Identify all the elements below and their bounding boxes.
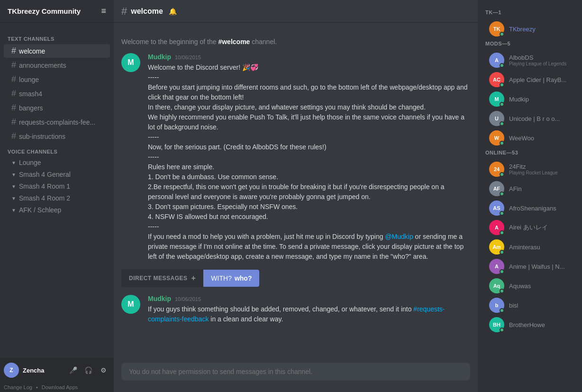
member-name: BrotherHowe (509, 321, 545, 328)
sidebar-item-lounge[interactable]: #lounge (4, 73, 110, 86)
channel-link[interactable]: #requests-complaints-feedback (148, 305, 445, 323)
user-panel: Z Zencha 🎤 🎧 ⚙ (0, 358, 114, 383)
voice-channel-afkschleep[interactable]: ▼AFK / Schleep (4, 204, 110, 216)
member-name: bisl (509, 302, 518, 309)
sidebar-item-requests-complaints-fee[interactable]: #requests-complaints-fee... (4, 115, 110, 129)
chat-header: # welcome 🔔 (114, 0, 478, 23)
channel-name: bangers (19, 104, 43, 112)
members-sidebar: TK—1 TK TKbreezy MODS—5 A AlbobDS Playin… (478, 0, 582, 392)
hash-icon: # (11, 89, 16, 99)
avatar: Z (4, 363, 19, 378)
message-header: Mudkip 10/06/2015 (148, 295, 470, 302)
message-content: Mudkip 10/06/2015 If you guys think some… (148, 295, 470, 324)
hash-icon: # (11, 131, 16, 141)
sidebar-item-smash4[interactable]: #smash4 (4, 87, 110, 100)
dm-popup-area: DIRECT MESSAGES + WITH? who? (121, 269, 470, 287)
list-item[interactable]: b bisl (482, 296, 578, 315)
voice-channel-smash4general[interactable]: ▼Smash 4 General (4, 169, 110, 180)
voice-arrow-icon: ▼ (11, 184, 16, 189)
voice-arrow-icon: ▼ (11, 160, 16, 165)
dm-who-label: who? (235, 274, 252, 282)
list-item[interactable]: AS AfroShenanigans (482, 199, 578, 218)
member-name: Unicode | B r o o... (509, 115, 560, 122)
voice-arrow-icon: ▼ (11, 196, 16, 201)
mic-button[interactable]: 🎤 (66, 364, 80, 377)
message-content: Mudkip 10/06/2015 Welcome to the Discord… (148, 53, 470, 262)
member-name: Apple Cider | RayB... (509, 76, 566, 83)
status-badge (500, 141, 504, 146)
status-badge (500, 211, 504, 216)
sidebar-item-bangers[interactable]: #bangers (4, 101, 110, 115)
member-activity: Playing League of Legends (509, 61, 566, 66)
list-item[interactable]: 24 24Fitz Playing Rocket League (482, 160, 578, 179)
status-badge (500, 230, 504, 235)
hamburger-icon[interactable]: ≡ (101, 6, 106, 16)
sidebar-item-welcome[interactable]: #welcome (4, 44, 110, 58)
status-badge (500, 82, 504, 87)
hash-icon: # (11, 117, 16, 127)
settings-button[interactable]: ⚙ (97, 364, 110, 377)
member-avatar-wrap: W (489, 130, 504, 146)
list-item[interactable]: AF AFin (482, 179, 578, 198)
channel-name: smash4 (19, 90, 42, 98)
list-item[interactable]: A Anime | Waifus | N... (482, 257, 578, 276)
list-item[interactable]: A AlbobDS Playing League of Legends (482, 51, 578, 70)
sidebar-item-sub-instructions[interactable]: #sub-instructions (4, 129, 110, 143)
status-badge (500, 289, 504, 293)
server-header[interactable]: TKbreezy Community ≡ (0, 0, 114, 23)
list-item[interactable]: Am Aminterasu (482, 237, 578, 256)
voice-channel-name: Lounge (19, 159, 41, 166)
status-badge (500, 121, 504, 126)
hash-icon: # (11, 74, 16, 84)
voice-channel-smash4room2[interactable]: ▼Smash 4 Room 2 (4, 192, 110, 204)
list-item[interactable]: AC Apple Cider | RayB... (482, 70, 578, 89)
channel-name: announcements (19, 62, 66, 69)
download-apps-link[interactable]: Download Apps (42, 384, 78, 390)
dm-input-box: WITH? who? (203, 270, 259, 287)
voice-channel-lounge[interactable]: ▼Lounge (4, 157, 110, 168)
mention-link[interactable]: @Mudkip (385, 233, 413, 240)
status-badge (500, 328, 504, 332)
server-sidebar: TKbreezy Community ≡ TEXT CHANNELS #welc… (0, 0, 114, 392)
user-name: Zencha (23, 367, 63, 374)
list-item[interactable]: W WeeWoo (482, 128, 578, 147)
status-badge (500, 308, 504, 313)
avatar: M (121, 53, 140, 72)
voice-channel-smash4room1[interactable]: ▼Smash 4 Room 1 (4, 181, 110, 192)
list-item[interactable]: TK TKbreezy (482, 19, 578, 38)
member-name: AfroShenanigans (509, 205, 556, 212)
member-name: Mudkip (509, 96, 529, 103)
voice-channel-name: Smash 4 Room 2 (19, 194, 70, 202)
notification-bell-icon[interactable]: 🔔 (169, 8, 177, 15)
member-name: Aquwas (509, 283, 531, 290)
channel-hash-icon: # (121, 5, 127, 18)
member-avatar-wrap: Am (489, 239, 504, 255)
welcome-suffix: channel. (252, 38, 277, 46)
list-item[interactable]: M Mudkip (482, 90, 578, 109)
dm-add-button[interactable]: + (191, 274, 196, 283)
voice-arrow-icon: ▼ (11, 208, 16, 213)
change-log-link[interactable]: Change Log (4, 384, 32, 390)
message-group: M Mudkip 10/06/2015 If you guys think so… (114, 291, 478, 328)
list-item[interactable]: A Airei あいレイ (482, 218, 578, 237)
avatar-initials: Z (9, 367, 13, 374)
member-avatar-wrap: U (489, 111, 504, 126)
voice-arrow-icon: ▼ (11, 172, 16, 177)
message-text: If you guys think something should be ad… (148, 304, 470, 324)
member-avatar-wrap: A (489, 259, 504, 274)
sidebar-item-announcements[interactable]: #announcements (4, 58, 110, 72)
member-name: TKbreezy (509, 26, 536, 33)
chat-input[interactable] (121, 363, 470, 381)
channel-name: welcome (19, 47, 45, 55)
hash-icon: # (11, 46, 16, 56)
tk-section-header: TK—1 (478, 8, 582, 17)
message-author: Mudkip (148, 53, 171, 61)
headset-button[interactable]: 🎧 (82, 364, 95, 377)
welcome-prefix: Welcome to the beginning of the (121, 38, 217, 46)
channel-header-name: welcome (131, 7, 163, 16)
list-item[interactable]: BH BrotherHowe (482, 315, 578, 334)
list-item[interactable]: Aq Aquwas (482, 276, 578, 295)
channel-name: sub-instructions (19, 133, 65, 140)
list-item[interactable]: U Unicode | B r o o... (482, 109, 578, 128)
changelog-bar: Change Log • Download Apps (0, 383, 114, 392)
